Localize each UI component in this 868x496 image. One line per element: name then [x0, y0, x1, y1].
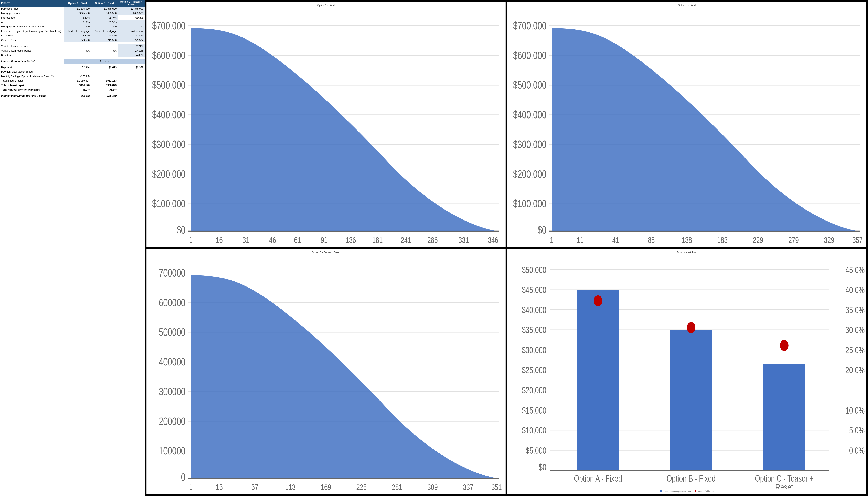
svg-text:$30,000: $30,000 [522, 345, 546, 355]
svg-text:309: 309 [428, 483, 438, 492]
svg-text:$100,000: $100,000 [513, 198, 547, 210]
table-row: Reset rate 4.00% [0, 53, 145, 58]
table-row: APR 3.56% 2.77% [0, 20, 145, 25]
svg-text:$700,000: $700,000 [513, 19, 547, 32]
svg-text:20.0%: 20.0% [845, 365, 865, 375]
svg-text:286: 286 [428, 235, 438, 245]
svg-text:331: 331 [459, 235, 469, 245]
table-row: Variable loan teaser rate 2.21% [0, 44, 145, 48]
table-row: Payment after teaser period [0, 69, 145, 74]
option-a-svg: $700,000 $600,000 $500,000 $400,000 $300… [148, 8, 504, 245]
option-b-svg: $700,000 $600,000 $500,000 $400,000 $300… [509, 8, 865, 245]
svg-text:400000: 400000 [159, 356, 185, 368]
svg-text:46: 46 [269, 235, 276, 245]
bottom-charts-row: Option C - Teaser + Reset 700000 600000 … [146, 249, 866, 494]
svg-text:$600,000: $600,000 [513, 49, 547, 61]
table-row: Variable loan teaser period NA NA 2 year… [0, 48, 145, 53]
svg-text:$500,000: $500,000 [513, 79, 547, 91]
svg-point-114 [594, 295, 602, 307]
total-interest-row: Total interest repaid $404,170 $306,629 [0, 83, 145, 88]
svg-rect-111 [577, 290, 619, 470]
svg-text:5.0%: 5.0% [849, 425, 865, 435]
svg-text:1: 1 [550, 235, 553, 245]
svg-text:$0: $0 [539, 462, 546, 472]
svg-rect-112 [670, 330, 712, 470]
total-interest-svg: $50,000 $45,000 $40,000 $35,000 $30,000 … [509, 255, 865, 489]
svg-text:225: 225 [356, 483, 366, 492]
svg-text:357: 357 [852, 235, 863, 245]
svg-text:Option C - Teaser +: Option C - Teaser + [755, 474, 813, 483]
table-row: Purchase Price $1,375,000 $1,375,000 $1,… [0, 6, 145, 11]
svg-text:300000: 300000 [159, 385, 185, 398]
svg-text:$600,000: $600,000 [152, 49, 185, 61]
table-row: Mortgage term (months, max 50 years) 360… [0, 25, 145, 29]
svg-text:281: 281 [392, 483, 402, 492]
inputs-table: INPUTS Option A - Fixed Option B - Fixed… [0, 0, 145, 98]
svg-text:200000: 200000 [159, 415, 185, 427]
top-charts-row: Option A - Fixed $700,000 $600,000 $500,… [146, 2, 866, 247]
svg-text:30.0%: 30.0% [845, 325, 865, 335]
svg-text:700000: 700000 [159, 267, 185, 279]
comparison-period-row: Interest Comparison Period 2 years [0, 59, 145, 63]
svg-text:Reset: Reset [775, 482, 793, 489]
svg-point-116 [780, 340, 789, 351]
svg-text:$0: $0 [177, 224, 186, 236]
inputs-label: INPUTS [0, 0, 64, 6]
svg-text:Option A - Fixed: Option A - Fixed [574, 474, 622, 483]
svg-text:351: 351 [491, 483, 502, 492]
svg-text:100000: 100000 [159, 445, 185, 457]
svg-text:$15,000: $15,000 [522, 405, 546, 415]
svg-text:16: 16 [216, 235, 223, 245]
svg-text:0: 0 [181, 471, 185, 483]
svg-text:$500,000: $500,000 [152, 79, 185, 91]
svg-text:$5,000: $5,000 [526, 446, 547, 455]
svg-text:600000: 600000 [159, 296, 185, 309]
svg-text:$300,000: $300,000 [152, 138, 185, 150]
svg-text:$40,000: $40,000 [522, 305, 546, 315]
svg-text:Option B - Fixed: Option B - Fixed [667, 474, 715, 483]
spacer-row [0, 42, 145, 44]
svg-text:25.0%: 25.0% [845, 345, 865, 355]
svg-text:61: 61 [294, 235, 301, 245]
svg-text:$20,000: $20,000 [522, 385, 546, 395]
option-c-svg: 700000 600000 500000 400000 300000 20000… [148, 255, 504, 493]
table-row: Cash to Close 749,500 749,500 779,524 [0, 38, 145, 42]
svg-text:57: 57 [251, 483, 258, 492]
option-c-chart: Option C - Teaser + Reset 700000 600000 … [146, 249, 506, 494]
svg-text:229: 229 [753, 235, 763, 245]
col-c-header: Option C - Teaser + Reset [118, 0, 145, 6]
table-row: Loan Fees Payment (add to mortgage / cas… [0, 29, 145, 33]
table-row: Monthly Savings (Option A relative to B … [0, 74, 145, 79]
svg-text:88: 88 [648, 235, 655, 245]
interest-first2-row: Interest Paid During the First 2 years $… [0, 94, 145, 98]
svg-text:$300,000: $300,000 [513, 138, 547, 150]
table-row: Mortgage amount $625,500 $625,500 $625,5… [0, 11, 145, 15]
svg-text:138: 138 [682, 235, 692, 245]
svg-text:10.0%: 10.0% [845, 405, 865, 415]
spacer-row [0, 92, 145, 94]
svg-text:15: 15 [216, 483, 223, 492]
svg-text:329: 329 [824, 235, 834, 245]
spacer-row [0, 63, 145, 65]
svg-text:183: 183 [717, 235, 728, 245]
table-row: Interest rate 3.50% 2.74% Variable [0, 15, 145, 20]
svg-text:11: 11 [577, 235, 583, 245]
svg-text:$200,000: $200,000 [152, 168, 185, 180]
left-panel: INPUTS Option A - Fixed Option B - Fixed… [0, 0, 145, 496]
svg-text:241: 241 [401, 235, 411, 245]
payment-row: Payment $2,944 $2,673 $2,378 [0, 65, 145, 69]
col-b-header: Option B - Fixed [91, 0, 118, 6]
svg-text:$25,000: $25,000 [522, 365, 546, 375]
svg-text:113: 113 [285, 483, 296, 492]
table-row: Loan Fees 4.80% 4.80% 4.80% [0, 33, 145, 38]
svg-text:169: 169 [321, 483, 331, 492]
svg-text:1: 1 [189, 483, 193, 492]
svg-text:$45,000: $45,000 [522, 285, 546, 295]
spacer-row [0, 58, 145, 59]
svg-text:136: 136 [346, 235, 356, 245]
svg-text:$400,000: $400,000 [513, 109, 547, 121]
svg-text:0.0%: 0.0% [849, 446, 865, 455]
svg-text:$50,000: $50,000 [522, 265, 546, 275]
table-header: INPUTS Option A - Fixed Option B - Fixed… [0, 0, 145, 6]
svg-text:$35,000: $35,000 [522, 325, 546, 335]
